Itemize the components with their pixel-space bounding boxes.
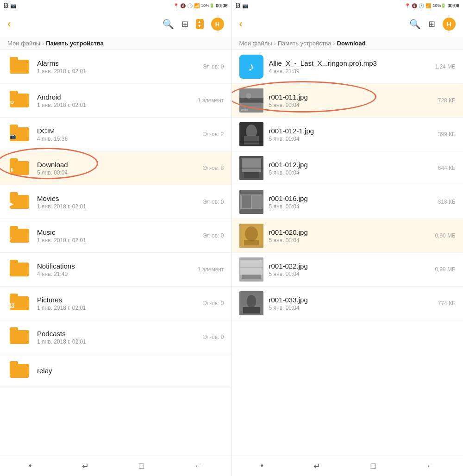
nav-square-right[interactable]: □ — [371, 461, 376, 471]
nav-menu-right[interactable]: ↵ — [313, 461, 320, 471]
file-count: Эл-ов: 0 — [203, 300, 224, 307]
right-avatar[interactable]: H — [443, 18, 456, 31]
file-name: Android — [37, 93, 194, 101]
list-item-r001-016[interactable]: r001-016.jpg 5 янв. 00:04 818 КБ — [232, 185, 463, 219]
right-panel: ‹ 🔍 ⊞ H Мои файлы › Память устройства › … — [232, 11, 463, 456]
file-size: 1,24 МБ — [435, 63, 456, 70]
list-item[interactable]: Notifications 4 янв. 21:40 1 элемент — [0, 253, 232, 287]
file-meta: 5 янв. 00:04 — [269, 102, 434, 108]
right-back-button[interactable]: ‹ — [239, 18, 243, 30]
left-breadcrumb: Мои файлы › Память устройства — [0, 37, 232, 50]
file-name: r001-012.jpg — [269, 161, 434, 169]
svg-rect-23 — [242, 275, 261, 279]
file-info-r001-022: r001-022.jpg 5 янв. 00:04 — [269, 262, 432, 277]
list-item-r001-011[interactable]: photo r001-011.jpg 5 янв. 00:04 728 КБ — [232, 84, 463, 118]
right-breadcrumb: Мои файлы › Память устройства › Download — [232, 37, 463, 50]
file-info-alarms: Alarms 1 янв. 2018 г. 02:01 — [37, 59, 199, 75]
right-breadcrumb-mid[interactable]: Память устройства — [278, 40, 332, 47]
list-item-r001-012-1[interactable]: r001-012-1.jpg 5 янв. 00:04 399 КБ — [232, 118, 463, 151]
music-file-icon: ♪ — [239, 55, 263, 79]
nav-back-right[interactable]: ← — [426, 461, 434, 471]
svg-rect-27 — [243, 307, 260, 313]
nav-back-left[interactable]: ← — [194, 461, 202, 471]
list-item[interactable]: ▶ Movies 1 янв. 2018 г. 02:01 Эл-ов: 0 — [0, 185, 232, 219]
file-info-r001-020: r001-020.jpg 5 янв. 00:04 — [269, 228, 432, 244]
file-meta: 4 янв. 21:40 — [37, 271, 194, 277]
svg-rect-7 — [244, 136, 259, 144]
list-item-mp3[interactable]: ♪ Allie_X_-_Last_X...ringon.pro).mp3 4 я… — [232, 50, 463, 84]
panels: ‹ 🔍 ⊞ ▲ ▼ H Мои файлы › Память устройств… — [0, 11, 463, 456]
file-meta: 5 янв. 00:04 — [269, 271, 432, 277]
left-back-button[interactable]: ‹ — [7, 18, 11, 30]
right-grid-icon[interactable]: ⊞ — [428, 19, 435, 29]
file-name: Movies — [37, 194, 199, 202]
thumbnail-r001-016 — [239, 190, 263, 214]
list-item[interactable]: ♪ Music 1 янв. 2018 г. 02:01 Эл-ов: 0 — [0, 219, 232, 253]
file-meta: 1 янв. 2018 г. 02:01 — [37, 203, 199, 210]
right-breadcrumb-current: Download — [337, 40, 366, 47]
file-size: 0,99 МБ — [435, 266, 456, 273]
folder-icon-download: ⬇ — [7, 156, 31, 180]
nav-square-left[interactable]: □ — [139, 461, 144, 471]
list-item[interactable]: ⚙ Android 1 янв. 2018 г. 02:01 1 элемент — [0, 84, 232, 118]
left-grid-icon[interactable]: ⊞ — [181, 19, 188, 29]
list-item[interactable]: relay — [0, 354, 232, 388]
file-meta: 1 янв. 2018 г. 02:01 — [37, 68, 199, 75]
file-meta: 5 янв. 00:04 — [37, 169, 199, 176]
left-file-list[interactable]: Alarms 1 янв. 2018 г. 02:01 Эл-ов: 0 ⚙ — [0, 50, 232, 456]
left-toolbar-left: ‹ — [7, 18, 11, 30]
nav-dot-right[interactable]: • — [261, 461, 263, 471]
left-scroll-indicator[interactable]: ▲ ▼ — [196, 19, 204, 29]
list-item-download[interactable]: ⬇ Download 5 янв. 00:04 Эл-ов: 8 — [0, 151, 232, 185]
list-item[interactable]: Alarms 1 янв. 2018 г. 02:01 Эл-ов: 0 — [0, 50, 232, 84]
left-breadcrumb-current: Память устройства — [46, 40, 104, 47]
file-meta: 5 янв. 00:04 — [269, 136, 434, 142]
folder-icon-alarms — [7, 55, 31, 79]
file-meta: 1 янв. 2018 г. 02:01 — [37, 102, 194, 108]
file-info-dcim: DCIM 4 янв. 15:36 — [37, 127, 199, 142]
left-avatar[interactable]: H — [211, 18, 224, 31]
status-right-icons: 🖼 📷 — [236, 3, 249, 9]
file-info-mp3: Allie_X_-_Last_X...ringon.pro).mp3 4 янв… — [269, 59, 432, 75]
folder-icon-android: ⚙ — [7, 88, 31, 113]
list-item-r001-020[interactable]: r001-020.jpg 5 янв. 00:04 0,90 МБ — [232, 219, 463, 253]
play-icon: ▶ — [10, 201, 13, 207]
status-left-icons: 🖼 📷 — [4, 3, 17, 9]
nav-menu-left[interactable]: ↵ — [82, 461, 89, 471]
file-count: Эл-ов: 0 — [203, 199, 224, 205]
list-item[interactable]: 📷 DCIM 4 янв. 15:36 Эл-ов: 2 — [0, 118, 232, 151]
svg-rect-15 — [242, 195, 251, 208]
left-toolbar-right: 🔍 ⊞ ▲ ▼ H — [163, 18, 224, 31]
file-size: 399 КБ — [438, 131, 456, 138]
music-icon: ♪ — [10, 235, 13, 241]
nav-dot-left[interactable]: • — [29, 461, 31, 471]
file-name: relay — [37, 367, 220, 375]
list-item-r001-012[interactable]: r001-012.jpg 5 янв. 00:04 644 КБ — [232, 151, 463, 185]
file-info-notifications: Notifications 4 янв. 21:40 — [37, 262, 194, 277]
list-item[interactable]: 🖼 Pictures 1 янв. 2018 г. 02:01 Эл-ов: 0 — [0, 287, 232, 320]
file-info-android: Android 1 янв. 2018 г. 02:01 — [37, 93, 194, 108]
right-toolbar: ‹ 🔍 ⊞ H — [232, 11, 463, 37]
status-right-right-icons: 📍🔇🕐📶10%🔋 00:06 — [405, 3, 459, 8]
left-breadcrumb-root[interactable]: Мои файлы — [7, 40, 40, 47]
svg-point-2 — [246, 93, 251, 99]
right-search-icon[interactable]: 🔍 — [409, 19, 421, 30]
list-item-r001-022[interactable]: r001-022.jpg 5 янв. 00:04 0,99 МБ — [232, 253, 463, 287]
list-item[interactable]: Podcasts 1 янв. 2018 г. 02:01 Эл-ов: 0 — [0, 320, 232, 354]
right-breadcrumb-root[interactable]: Мои файлы — [239, 40, 272, 47]
file-info-r001-011: r001-011.jpg 5 янв. 00:04 — [269, 93, 434, 108]
image-icon: 🖼 — [10, 303, 15, 308]
file-info-pictures: Pictures 1 янв. 2018 г. 02:01 — [37, 296, 199, 311]
file-size: 728 КБ — [438, 97, 456, 104]
status-left-right-icons: 📍🔇🕐📶10%🔋 00:06 — [173, 3, 228, 8]
thumbnail-r001-022 — [239, 257, 263, 282]
left-panel: ‹ 🔍 ⊞ ▲ ▼ H Мои файлы › Память устройств… — [0, 11, 232, 456]
file-info-r001-012: r001-012.jpg 5 янв. 00:04 — [269, 161, 434, 176]
left-search-icon[interactable]: 🔍 — [163, 19, 174, 30]
svg-text:photo: photo — [241, 108, 249, 111]
file-count: 1 элемент — [198, 266, 224, 273]
file-size: 774 КБ — [438, 300, 456, 307]
list-item-r001-033[interactable]: r001-033.jpg 5 янв. 00:04 774 КБ — [232, 287, 463, 320]
right-file-list[interactable]: ♪ Allie_X_-_Last_X...ringon.pro).mp3 4 я… — [232, 50, 463, 456]
file-size: 818 КБ — [438, 199, 456, 205]
